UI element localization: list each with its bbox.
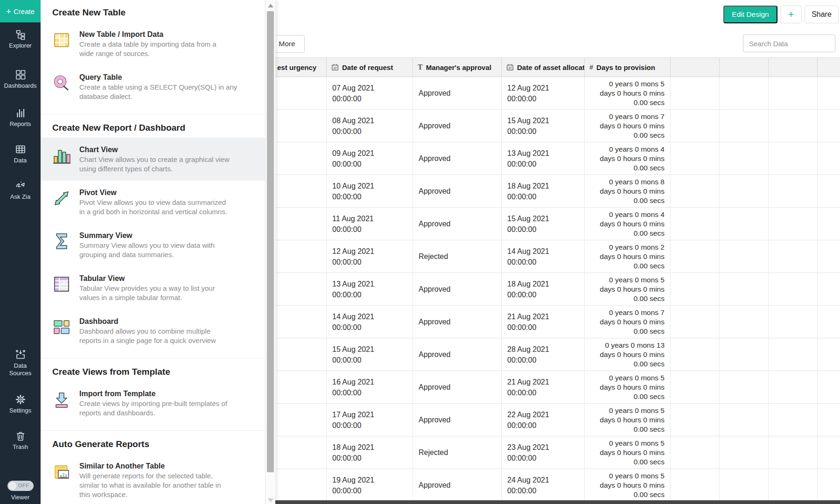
table-cell-empty1 [671, 404, 720, 436]
table-cell-provision[interactable]: 0 years 0 mons 4days 0 hours 0 mins0.00 … [585, 142, 671, 175]
edit-design-button[interactable]: Edit Design [723, 6, 777, 23]
menu-item-new-table-import-data[interactable]: New Table / Import DataCreate a data tab… [41, 22, 265, 65]
menu-item-similar-to-another-table[interactable]: Similar to Another TableWill generate re… [41, 454, 265, 504]
sidebar-item-label: Data [0, 157, 41, 164]
table-row: 07 Aug 202100:00:00Approved12 Aug 202100… [275, 77, 840, 110]
table-cell-provision[interactable]: 0 years 0 mons 2days 0 hours 0 mins0.00 … [585, 240, 671, 273]
table-cell-approval[interactable]: Approved [413, 404, 502, 436]
table-cell-alloc_date[interactable]: 18 Aug 202100:00:00 [502, 175, 585, 207]
table-cell-alloc_date[interactable]: 24 Aug 202100:00:00 [502, 469, 585, 500]
column-header-urgency[interactable]: est urgency [275, 58, 327, 77]
table-cell-empty2 [720, 175, 769, 207]
table-cell-provision[interactable]: 0 years 0 mons 5days 0 hours 0 mins0.00 … [585, 469, 671, 500]
column-label: Date of request [342, 63, 393, 71]
share-button[interactable]: Share [805, 6, 839, 23]
table-cell-alloc_date[interactable]: 21 Aug 202100:00:00 [502, 371, 585, 403]
table-cell-alloc_date[interactable]: 15 Aug 202100:00:00 [502, 208, 585, 240]
table-cell-empty1 [671, 110, 720, 142]
sidebar-item-reports[interactable]: Reports [0, 107, 41, 128]
menu-item-chart-view[interactable]: Chart ViewChart View allows you to creat… [41, 138, 265, 181]
table-cell-approval[interactable]: Approved [413, 306, 502, 338]
table-cell-approval[interactable]: Approved [413, 273, 502, 305]
scroll-up-arrow-icon[interactable] [268, 4, 273, 7]
table-cell-request_date[interactable]: 13 Aug 202100:00:00 [327, 273, 413, 305]
table-cell-provision[interactable]: 0 years 0 mons 8days 0 hours 0 mins0.00 … [585, 175, 671, 207]
table-cell-approval[interactable]: Approved [413, 338, 502, 371]
column-header-request_date[interactable]: 17Date of request [327, 58, 413, 77]
table-cell-request_date[interactable]: 09 Aug 202100:00:00 [327, 142, 413, 175]
table-cell-alloc_date[interactable]: 13 Aug 202100:00:00 [502, 142, 585, 175]
table-cell-alloc_date[interactable]: 12 Aug 202100:00:00 [502, 77, 585, 109]
sidebar-item-trash[interactable]: Trash [0, 430, 41, 451]
sidebar-item-label: Settings [0, 407, 41, 414]
menu-item-pivot-view[interactable]: Pivot ViewPivot View allows you to view … [41, 181, 265, 224]
table-cell-alloc_date[interactable]: 18 Aug 202100:00:00 [502, 273, 585, 305]
table-cell-request_date[interactable]: 17 Aug 202100:00:00 [327, 404, 413, 436]
table-cell-alloc_date[interactable]: 28 Aug 202100:00:00 [502, 338, 585, 371]
table-cell-alloc_date[interactable]: 23 Aug 202100:00:00 [502, 436, 585, 469]
viewer-toggle: OFF Viewer [0, 481, 41, 501]
table-cell-provision[interactable]: 0 years 0 mons 5days 0 hours 0 mins0.00 … [585, 77, 671, 109]
table-cell-request_date[interactable]: 11 Aug 202100:00:00 [327, 208, 413, 240]
search-data-input[interactable] [743, 35, 835, 52]
sidebar-item-explorer[interactable]: Explorer [0, 29, 41, 49]
table-cell-urgency [275, 240, 327, 273]
menu-item-summary-view[interactable]: Summary ViewSummary View allows you to v… [41, 224, 265, 266]
table-cell-request_date[interactable]: 14 Aug 202100:00:00 [327, 306, 413, 338]
table-cell-provision[interactable]: 0 years 0 mons 13days 0 hours 0 mins0.00… [585, 338, 671, 371]
table-cell-alloc_date[interactable]: 21 Aug 202100:00:00 [502, 306, 585, 338]
horizontal-scrollbar[interactable] [273, 500, 840, 504]
scrollbar-thumb[interactable] [267, 11, 274, 472]
table-cell-approval[interactable]: Approved [413, 371, 502, 403]
viewer-toggle-switch[interactable]: OFF [7, 481, 34, 491]
scroll-down-arrow-icon[interactable] [268, 498, 273, 502]
table-cell-request_date[interactable]: 16 Aug 202100:00:00 [327, 371, 413, 403]
add-tab-button[interactable]: + [780, 6, 802, 23]
column-label: Manager's approval [426, 63, 491, 71]
table-cell-approval[interactable]: Approved [413, 469, 502, 500]
table-cell-provision[interactable]: 0 years 0 mons 5days 0 hours 0 mins0.00 … [585, 371, 671, 403]
table-cell-request_date[interactable]: 07 Aug 202100:00:00 [327, 77, 413, 109]
table-cell-request_date[interactable]: 19 Aug 202100:00:00 [327, 469, 413, 500]
panel-scrollbar[interactable] [265, 0, 275, 504]
menu-section-heading: Create Views from Template [52, 366, 256, 378]
table-cell-alloc_date[interactable]: 15 Aug 202100:00:00 [502, 110, 585, 142]
sidebar-item-label: Dashboards [0, 82, 41, 90]
sidebar-item-ask-zia[interactable]: Ask Zia [0, 180, 41, 201]
column-header-provision[interactable]: #Days to provision [585, 58, 671, 77]
create-button[interactable]: + Create [0, 0, 41, 22]
menu-item-query-table[interactable]: Query TableCreate a table using a SELECT… [41, 65, 265, 108]
table-cell-alloc_date[interactable]: 14 Aug 202100:00:00 [502, 240, 585, 273]
table-cell-request_date[interactable]: 08 Aug 202100:00:00 [327, 110, 413, 142]
table-cell-approval[interactable]: Rejected [413, 240, 502, 273]
table-cell-provision[interactable]: 0 years 0 mons 7days 0 hours 0 mins0.00 … [585, 110, 671, 142]
menu-item-tabular-view[interactable]: Tabular ViewTabular View provides you a … [41, 266, 265, 309]
sidebar-item-data-sources[interactable]: Data Sources [0, 349, 41, 377]
table-cell-empty3 [769, 240, 818, 273]
data-sources-icon [15, 349, 26, 360]
table-cell-provision[interactable]: 0 years 0 mons 4days 0 hours 0 mins0.00 … [585, 208, 671, 240]
menu-item-dashboard[interactable]: DashboardDashboard allows you to combine… [41, 309, 265, 352]
table-cell-approval[interactable]: Approved [413, 142, 502, 175]
table-cell-request_date[interactable]: 10 Aug 202100:00:00 [327, 175, 413, 207]
table-cell-request_date[interactable]: 12 Aug 202100:00:00 [327, 240, 413, 273]
table-cell-alloc_date[interactable]: 22 Aug 202100:00:00 [502, 404, 585, 436]
table-cell-request_date[interactable]: 18 Aug 202100:00:00 [327, 436, 413, 469]
table-cell-provision[interactable]: 0 years 0 mons 5days 0 hours 0 mins0.00 … [585, 404, 671, 436]
sidebar-item-settings[interactable]: Settings [0, 394, 41, 414]
table-cell-approval[interactable]: Rejected [413, 436, 502, 469]
column-header-alloc_date[interactable]: 17Date of asset allocation [502, 58, 585, 77]
table-cell-approval[interactable]: Approved [413, 110, 502, 142]
table-cell-approval[interactable]: Approved [413, 175, 502, 207]
table-cell-provision[interactable]: 0 years 0 mons 5days 0 hours 0 mins0.00 … [585, 436, 671, 469]
table-cell-provision[interactable]: 0 years 0 mons 5days 0 hours 0 mins0.00 … [585, 273, 671, 305]
menu-item-import-from-template[interactable]: Import from TemplateCreate views by impo… [41, 382, 265, 425]
menu-item-title: New Table / Import Data [79, 29, 258, 40]
table-cell-provision[interactable]: 0 years 0 mons 7days 0 hours 0 mins0.00 … [585, 306, 671, 338]
sidebar-item-data[interactable]: Data [0, 144, 41, 164]
table-cell-approval[interactable]: Approved [413, 77, 502, 109]
sidebar-item-dashboards[interactable]: Dashboards [0, 69, 41, 90]
table-cell-approval[interactable]: Approved [413, 208, 502, 240]
column-header-approval[interactable]: TManager's approval [413, 58, 502, 77]
table-cell-request_date[interactable]: 15 Aug 202100:00:00 [327, 338, 413, 371]
